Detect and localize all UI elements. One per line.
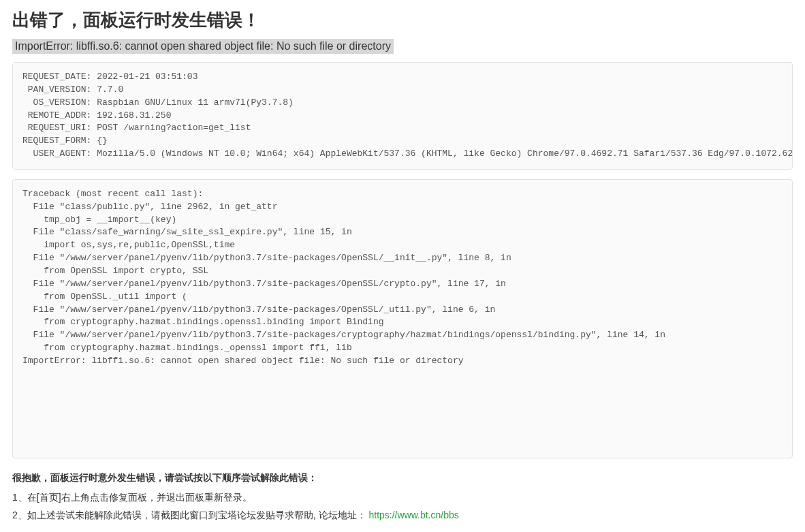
request-info-block: REQUEST_DATE: 2022-01-21 03:51:03 PAN_VE… — [12, 62, 793, 170]
help-step-2-text: 2、如上述尝试未能解除此错误，请截图此窗口到宝塔论坛发贴寻求帮助, 论坛地址： — [12, 510, 366, 520]
error-summary: ImportError: libffi.so.6: cannot open sh… — [12, 39, 394, 54]
help-section: 很抱歉，面板运行时意外发生错误，请尝试按以下顺序尝试解除此错误： 1、在[首页]… — [12, 472, 793, 524]
forum-link[interactable]: https://www.bt.cn/bbs — [368, 510, 458, 520]
traceback-block: Traceback (most recent call last): File … — [12, 179, 793, 458]
help-step-1: 1、在[首页]右上角点击修复面板，并退出面板重新登录。 — [12, 490, 793, 506]
help-heading: 很抱歉，面板运行时意外发生错误，请尝试按以下顺序尝试解除此错误： — [12, 472, 793, 484]
help-step-2: 2、如上述尝试未能解除此错误，请截图此窗口到宝塔论坛发贴寻求帮助, 论坛地址： … — [12, 507, 793, 524]
error-title: 出错了，面板运行时发生错误！ — [12, 8, 793, 32]
